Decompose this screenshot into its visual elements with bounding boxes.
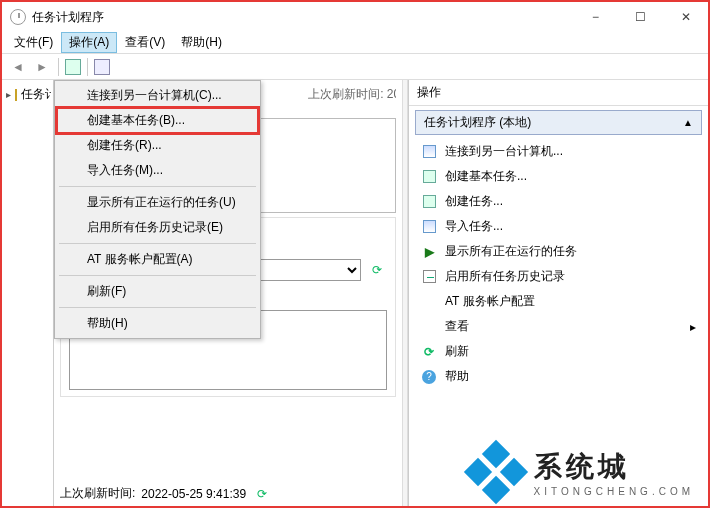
dd-separator [59, 243, 256, 244]
tree-root[interactable]: ▸ 任务计 [4, 84, 51, 105]
actions-pane: 操作 任务计划程序 (本地) ▲ 连接到另一台计算机... 创建基本任务... … [408, 80, 708, 506]
blank-icon [421, 319, 437, 335]
dd-at-service[interactable]: AT 服务帐户配置(A) [57, 247, 258, 272]
refresh-icon[interactable]: ⟳ [367, 263, 387, 277]
action-view[interactable]: 查看 ▸ [415, 314, 702, 339]
menu-view[interactable]: 查看(V) [117, 32, 173, 53]
help-icon: ? [421, 369, 437, 385]
titlebar: 任务计划程序 − ☐ ✕ [2, 2, 708, 32]
menu-file[interactable]: 文件(F) [6, 32, 61, 53]
task-icon [421, 169, 437, 185]
folder-icon [15, 89, 17, 101]
last-refresh-time: 2022-05-25 9:41:39 [141, 487, 246, 501]
action-import-task[interactable]: 导入任务... [415, 214, 702, 239]
toolbar-separator [87, 58, 88, 76]
dd-enable-history[interactable]: 启用所有任务历史记录(E) [57, 215, 258, 240]
dd-help[interactable]: 帮助(H) [57, 311, 258, 336]
action-at-service[interactable]: AT 服务帐户配置 [415, 289, 702, 314]
actions-group-title[interactable]: 任务计划程序 (本地) ▲ [415, 110, 702, 135]
import-icon [421, 219, 437, 235]
chevron-right-icon: ▸ [690, 320, 696, 334]
tree-caret-icon: ▸ [6, 89, 11, 100]
watermark-subtitle: XITONGCHENG.COM [534, 486, 694, 497]
action-create-basic-task[interactable]: 创建基本任务... [415, 164, 702, 189]
dd-separator [59, 275, 256, 276]
menu-action[interactable]: 操作(A) [61, 32, 117, 53]
action-enable-history[interactable]: 启用所有任务历史记录 [415, 264, 702, 289]
actions-header: 操作 [409, 80, 708, 106]
last-refresh-row: 上次刷新时间: 2022-05-25 9:41:39 ⟳ [60, 485, 396, 502]
history-icon [421, 269, 437, 285]
menubar: 文件(F) 操作(A) 查看(V) 帮助(H) [2, 32, 708, 54]
minimize-button[interactable]: − [573, 2, 618, 32]
dd-create-task[interactable]: 创建任务(R)... [57, 133, 258, 158]
action-connect-computer[interactable]: 连接到另一台计算机... [415, 139, 702, 164]
watermark-logo-icon [468, 444, 524, 500]
tree-pane: ▸ 任务计 [2, 80, 54, 506]
action-help[interactable]: ? 帮助 [415, 364, 702, 389]
toolbar-library-icon[interactable] [65, 59, 81, 75]
refresh-icon[interactable]: ⟳ [252, 487, 272, 501]
app-icon [10, 9, 26, 25]
watermark-title: 系统城 [534, 448, 694, 486]
dd-show-running[interactable]: 显示所有正在运行的任务(U) [57, 190, 258, 215]
refresh-icon: ⟳ [421, 344, 437, 360]
collapse-icon: ▲ [683, 117, 693, 128]
nav-forward-button[interactable]: ► [32, 57, 52, 77]
menu-help[interactable]: 帮助(H) [173, 32, 230, 53]
dd-connect-computer[interactable]: 连接到另一台计算机(C)... [57, 83, 258, 108]
tree-root-label: 任务计 [21, 86, 51, 103]
nav-back-button[interactable]: ◄ [8, 57, 28, 77]
run-icon: ▶ [421, 244, 437, 260]
blank-icon [421, 294, 437, 310]
computer-icon [421, 144, 437, 160]
dd-separator [59, 307, 256, 308]
dd-create-basic-task[interactable]: 创建基本任务(B)... [57, 108, 258, 133]
action-refresh[interactable]: ⟳ 刷新 [415, 339, 702, 364]
window-title: 任务计划程序 [32, 9, 573, 26]
dd-separator [59, 186, 256, 187]
maximize-button[interactable]: ☐ [618, 2, 663, 32]
task-icon [421, 194, 437, 210]
dd-import-task[interactable]: 导入任务(M)... [57, 158, 258, 183]
close-button[interactable]: ✕ [663, 2, 708, 32]
toolbar-help-icon[interactable] [94, 59, 110, 75]
action-show-running[interactable]: ▶ 显示所有正在运行的任务 [415, 239, 702, 264]
action-dropdown: 连接到另一台计算机(C)... 创建基本任务(B)... 创建任务(R)... … [54, 80, 261, 339]
toolbar: ◄ ► [2, 54, 708, 80]
toolbar-separator [58, 58, 59, 76]
dd-refresh[interactable]: 刷新(F) [57, 279, 258, 304]
watermark: 系统城 XITONGCHENG.COM [468, 444, 694, 500]
action-create-task[interactable]: 创建任务... [415, 189, 702, 214]
